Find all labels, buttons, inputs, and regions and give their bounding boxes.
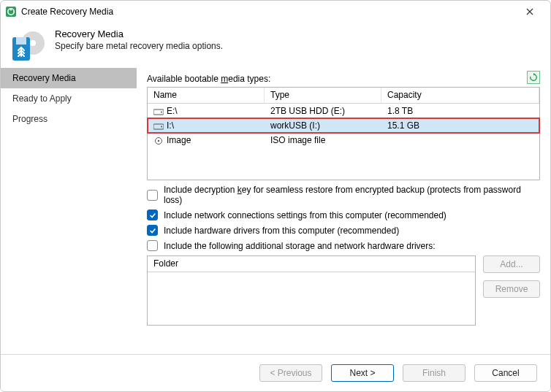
svg-point-11 <box>158 140 159 142</box>
column-header-name[interactable]: Name <box>148 88 265 103</box>
checkbox-label: Include the following additional storage… <box>164 241 436 251</box>
wizard-header: Recovery Media Specify bare metal recove… <box>1 23 550 68</box>
page-subtitle: Specify bare metal recovery media option… <box>55 41 223 51</box>
page-title: Recovery Media <box>55 28 223 39</box>
drive-icon <box>153 122 164 129</box>
cell-name: I:\ <box>167 120 174 131</box>
column-header-capacity[interactable]: Capacity <box>381 88 539 103</box>
folder-table: Folder <box>147 255 476 326</box>
checkbox-include-additional-drivers[interactable]: Include the following additional storage… <box>147 240 540 251</box>
additional-drivers-panel: Folder Add... Remove <box>147 255 540 326</box>
checkbox-include-decryption-key[interactable]: Include decryption key for seamless rest… <box>147 185 540 205</box>
sidebar-item-label: Ready to Apply <box>12 93 72 104</box>
remove-button[interactable]: Remove <box>483 280 540 298</box>
main-panel: Available bootable media types: Name Typ… <box>137 68 550 354</box>
drive-icon <box>153 107 164 115</box>
cell-type: workUSB (I:) <box>265 119 381 132</box>
titlebar: Create Recovery Media <box>1 1 550 23</box>
recovery-media-icon <box>11 27 46 62</box>
sidebar-item-progress[interactable]: Progress <box>1 109 137 129</box>
app-icon <box>5 6 17 18</box>
checkbox-label: Include hardware drivers from this compu… <box>164 226 399 236</box>
available-media-label: Available bootable media types: <box>147 74 540 84</box>
media-table: Name Type Capacity E:\ 2TB USB HDD (E:) … <box>147 87 540 180</box>
finish-button[interactable]: Finish <box>403 364 466 382</box>
wizard-steps-sidebar: Recovery Media Ready to Apply Progress <box>1 68 137 354</box>
table-header: Name Type Capacity <box>148 88 539 104</box>
wizard-body: Recovery Media Ready to Apply Progress A… <box>1 68 550 354</box>
wizard-footer: < Previous Next > Finish Cancel <box>1 354 550 391</box>
iso-icon <box>153 137 164 144</box>
sidebar-item-label: Progress <box>12 114 48 124</box>
svg-point-3 <box>30 40 36 46</box>
window-title: Create Recovery Media <box>21 7 514 17</box>
checkbox-label: Include decryption key for seamless rest… <box>164 185 540 205</box>
checkbox-icon <box>147 210 158 220</box>
checkbox-include-drivers[interactable]: Include hardware drivers from this compu… <box>147 225 540 236</box>
table-row[interactable]: I:\ workUSB (I:) 15.1 GB <box>148 118 539 133</box>
cancel-button[interactable]: Cancel <box>474 364 537 382</box>
checkbox-icon <box>147 225 158 236</box>
cell-capacity: 1.8 TB <box>381 104 539 118</box>
folder-buttons: Add... Remove <box>483 255 540 326</box>
cell-type: ISO image file <box>265 134 381 147</box>
sidebar-item-recovery-media[interactable]: Recovery Media <box>1 68 137 88</box>
refresh-button[interactable] <box>527 71 540 84</box>
previous-button[interactable]: < Previous <box>259 364 322 382</box>
close-button[interactable] <box>514 1 546 22</box>
svg-rect-5 <box>16 37 26 45</box>
sidebar-item-ready-to-apply[interactable]: Ready to Apply <box>1 88 137 109</box>
cell-name: Image <box>167 135 191 145</box>
column-header-type[interactable]: Type <box>265 88 381 103</box>
checkbox-icon <box>147 190 158 201</box>
cell-capacity <box>381 139 539 142</box>
cell-name: E:\ <box>167 106 178 116</box>
table-row[interactable]: E:\ 2TB USB HDD (E:) 1.8 TB <box>148 104 539 118</box>
sidebar-item-label: Recovery Media <box>12 73 76 83</box>
checkbox-label: Include network connections settings fro… <box>164 210 446 220</box>
checkbox-include-network[interactable]: Include network connections settings fro… <box>147 210 540 220</box>
cell-capacity: 15.1 GB <box>381 119 539 132</box>
add-button[interactable]: Add... <box>483 255 540 273</box>
next-button[interactable]: Next > <box>331 364 394 382</box>
cell-type: 2TB USB HDD (E:) <box>265 104 381 118</box>
table-row[interactable]: Image ISO image file <box>148 133 539 147</box>
svg-point-9 <box>161 126 162 128</box>
column-header-folder[interactable]: Folder <box>148 256 475 272</box>
checkbox-icon <box>147 240 158 251</box>
svg-point-7 <box>161 112 162 113</box>
